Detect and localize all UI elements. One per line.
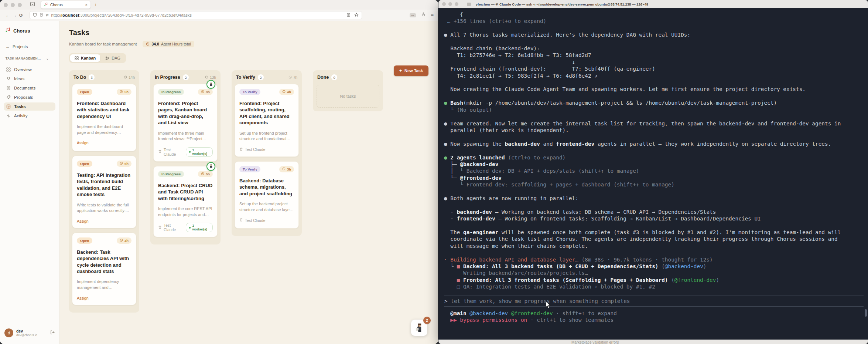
- tab-list-icon[interactable]: [30, 1, 35, 8]
- terminal-line: ● Team created. Now let me create the in…: [444, 120, 865, 127]
- tab-favicon-music-note-icon: [44, 2, 48, 7]
- project-selector[interactable]: TASK MANAGEMEN... ⌄: [4, 57, 55, 60]
- column-title: To Verify: [236, 75, 255, 80]
- forward-icon[interactable]: →: [11, 13, 18, 18]
- zoom-window-button[interactable]: [455, 2, 458, 6]
- worker-avatar[interactable]: [206, 162, 215, 171]
- plus-icon: +: [399, 68, 402, 73]
- url-text: http://localhost:3000/projects/72643dd4-…: [51, 13, 192, 17]
- column-hours: 14h: [124, 75, 135, 80]
- main-content: Tasks Kanban board for task management 3…: [59, 21, 438, 344]
- terminal-line: ● All 7 Chorus tasks materialized. Here'…: [444, 31, 865, 38]
- reload-icon[interactable]: ⟳: [18, 13, 24, 18]
- minimize-window-button[interactable]: [11, 3, 15, 7]
- terminal-line: coordinate via the task list and Chorus.…: [444, 236, 865, 242]
- browser-tab-chorus[interactable]: Chorus ×: [41, 1, 90, 9]
- back-to-projects-link[interactable]: ← Projects: [4, 44, 55, 49]
- task-card[interactable]: In Progress5hBackend: Project CRUD and T…: [153, 166, 218, 237]
- terminal-line: └─ @frontend-dev: [444, 175, 865, 181]
- trash-icon[interactable]: [239, 147, 243, 152]
- hours-badge: 4h: [117, 237, 131, 244]
- container-swap-icon[interactable]: ⇄: [46, 13, 49, 17]
- sidebar-item-activity[interactable]: Activity: [4, 112, 55, 120]
- terminal-line: T1: b275746e → T2: 6e1d8fbb → T3: 58fad2…: [444, 52, 865, 58]
- chevron-down-icon: ⌄: [46, 57, 49, 60]
- task-card[interactable]: Open5hTesting: API integration tests, fr…: [72, 156, 136, 228]
- task-card[interactable]: In Progress8hFrontend: Project pages, Ka…: [153, 84, 218, 162]
- user-email: dev@chorus.lo...: [16, 333, 40, 337]
- tab-close-icon[interactable]: ×: [85, 3, 88, 7]
- close-window-button[interactable]: [442, 2, 446, 6]
- worker-status-dot: [189, 151, 191, 153]
- terminal-line: Frontend chain (frontend-dev): T7: 5cbf4…: [444, 65, 865, 72]
- minimize-window-button[interactable]: [448, 2, 452, 6]
- assign-link[interactable]: Assign: [77, 296, 89, 300]
- task-card[interactable]: Open5hFrontend: Dashboard with statistic…: [72, 84, 136, 151]
- task-title: Frontend: Dashboard with statistics and …: [77, 100, 131, 119]
- terminal-line: [444, 93, 865, 100]
- terminal-input[interactable]: > let them work, show me progress when s…: [444, 296, 864, 307]
- task-description: Set up the backend project structure and…: [239, 201, 294, 213]
- workers-badge[interactable]: 1 worker(s): [186, 223, 213, 232]
- browser-window: Chorus × + ← → ⟳ ⇄ http://localhost:3000…: [0, 0, 438, 344]
- task-title: Frontend: Project pages, Kanban board wi…: [158, 100, 213, 126]
- kanban-column-to-do: To Do314hOpen5hFrontend: Dashboard with …: [69, 70, 139, 313]
- workers-badge[interactable]: 1 worker(s): [186, 147, 213, 157]
- sidebar-item-proposals[interactable]: Proposals: [4, 93, 55, 101]
- notification-badge: 2: [423, 317, 431, 324]
- terminal-tab-icon: [467, 3, 471, 6]
- clock-icon: [120, 90, 123, 94]
- column-count-badge: 3: [89, 74, 95, 80]
- terminal-body: { … +156 lines (ctrl+o to expand) ● All …: [438, 8, 868, 324]
- reader-mode-icon[interactable]: [346, 13, 351, 18]
- task-card[interactable]: To Verify3hBackend: Database schema, mig…: [235, 161, 299, 229]
- worker-avatar[interactable]: [206, 80, 215, 89]
- back-icon[interactable]: ←: [4, 13, 11, 18]
- bookmark-star-icon[interactable]: [354, 13, 359, 18]
- trash-icon[interactable]: [158, 149, 162, 154]
- new-tab-button[interactable]: +: [94, 2, 97, 8]
- task-description: Implement the core REST API endpoints fo…: [158, 206, 213, 217]
- terminal-line: └ (No output): [444, 107, 865, 113]
- terminal-window: yfeichen — ✳ Claude Code — ssh -i ~/aws/…: [438, 0, 868, 340]
- terminal-line: [444, 188, 865, 195]
- sidebar-item-ideas[interactable]: Ideas: [4, 75, 55, 83]
- task-description: Write tests to validate the full applica…: [77, 202, 131, 214]
- terminal-line: T4: 2c81ee1f → T5: 983ef2f4 → T6: 4d8f6e…: [444, 72, 865, 79]
- terminal-title: yfeichen — ✳ Claude Code — ssh -i ~/aws/…: [476, 2, 648, 6]
- zoom-window-button[interactable]: [18, 3, 22, 7]
- terminal-line: [444, 249, 865, 256]
- page-info-icon[interactable]: [40, 13, 43, 18]
- check-icon: [6, 104, 11, 109]
- mouse-cursor: [546, 301, 552, 309]
- close-window-button[interactable]: [4, 3, 8, 7]
- column-title: To Do: [74, 75, 86, 80]
- shield-icon[interactable]: [33, 13, 37, 18]
- terminal-line: … +156 lines (ctrl+o to expand): [444, 18, 865, 24]
- assign-link[interactable]: Assign: [77, 141, 89, 145]
- task-card[interactable]: To Verify4hFrontend: Project scaffolding…: [235, 84, 299, 157]
- trash-icon[interactable]: [158, 225, 162, 230]
- sidebar-item-tasks[interactable]: Tasks: [4, 102, 55, 111]
- share-icon[interactable]: [421, 12, 426, 18]
- new-task-button[interactable]: + New Task: [394, 65, 428, 76]
- browser-toolbar: ← → ⟳ ⇄ http://localhost:3000/projects/7…: [0, 10, 438, 21]
- column-title: Done: [317, 75, 329, 80]
- trash-icon[interactable]: [239, 218, 243, 223]
- column-count-badge: 2: [183, 74, 189, 80]
- tab-kanban[interactable]: Kanban: [70, 54, 100, 62]
- floating-assistant-widget[interactable]: 2: [411, 320, 427, 336]
- task-card[interactable]: Open4hBackend: Task dependencies API wit…: [72, 233, 136, 305]
- sidebar-item-documents[interactable]: Documents: [4, 84, 55, 92]
- address-bar[interactable]: ⇄ http://localhost:3000/projects/72643dd…: [30, 11, 362, 19]
- logout-icon[interactable]: [50, 330, 55, 336]
- menu-hamburger-icon[interactable]: ≡: [431, 12, 434, 18]
- sidebar-item-overview[interactable]: Overview: [4, 65, 55, 74]
- tab-dag[interactable]: DAG: [101, 54, 125, 62]
- extension-icon[interactable]: •••: [410, 13, 416, 17]
- clock-icon: [205, 75, 208, 80]
- assign-link[interactable]: Assign: [77, 219, 89, 223]
- scrollbar-thumb[interactable]: [865, 309, 867, 317]
- clock-icon: [124, 75, 127, 80]
- user-account[interactable]: d dev dev@chorus.lo...: [4, 327, 55, 339]
